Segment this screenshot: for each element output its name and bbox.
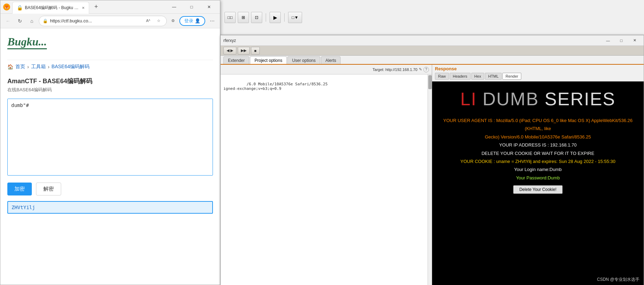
- breadcrumb-sep-1: ›: [27, 64, 29, 70]
- response-tab-headers[interactable]: Headers: [450, 73, 471, 80]
- login-name-line: Your Login name:Dumb: [439, 165, 637, 173]
- lock-icon: 🔒: [43, 19, 48, 23]
- burp-win-controls: — □ ✕: [602, 36, 641, 45]
- burp-close-button[interactable]: ✕: [628, 36, 641, 45]
- tab-user-options-label: User options: [292, 58, 315, 63]
- user-agent-line2: Gecko) Version/6.0 Mobile/10A5376e Safar…: [439, 133, 637, 141]
- burp-titlebar: rferxyz — □ ✕: [221, 35, 644, 46]
- tab-icon: 🔒: [17, 5, 23, 10]
- login-button[interactable]: 登录 👤: [179, 16, 205, 26]
- scrollbar-thumb[interactable]: [428, 75, 432, 89]
- close-button[interactable]: ✕: [201, 2, 217, 12]
- more-button[interactable]: ···: [207, 16, 217, 26]
- browser-tab[interactable]: 🔒 BASE64编码解码 - Bugku CTF ✕: [12, 2, 89, 14]
- tab-project-options-label: Project options: [255, 58, 282, 63]
- response-tab-raw[interactable]: Raw: [435, 73, 449, 80]
- toolbar-icon-3[interactable]: ⊡: [251, 12, 262, 23]
- url-input[interactable]: 🔒 https://ctf.bugku.co... Aᴬ ☆: [39, 16, 167, 26]
- help-target-icon[interactable]: ?: [423, 67, 429, 72]
- encode-decode-input[interactable]: dumb"#: [7, 99, 213, 176]
- new-tab-button[interactable]: +: [91, 2, 101, 12]
- burp-right-panel: Response Raw Headers Hex HTML Re: [432, 65, 644, 285]
- burp-toolbar: ◀ ▶ ▶▶ ■: [221, 46, 644, 56]
- response-tab-hex[interactable]: Hex: [471, 73, 485, 80]
- tab-project-options[interactable]: Project options: [250, 56, 287, 64]
- burp-toolbar-btn-3[interactable]: ■: [251, 47, 260, 55]
- minimize-button[interactable]: —: [166, 2, 182, 12]
- user-icon: 👤: [195, 18, 200, 23]
- response-tab-html[interactable]: HTML: [485, 73, 502, 80]
- result-output: ZHVtYilj: [7, 201, 213, 214]
- desktop-background: □□ ⊞ ⊡ ▶ □▼: [220, 0, 644, 35]
- response-tabs: Raw Headers Hex HTML Render: [435, 73, 641, 80]
- target-label: Target: http://192.168.1.70: [373, 67, 417, 72]
- burp-tab-bar: Extender Project options User options Al…: [221, 56, 644, 65]
- toolbar-icon-4[interactable]: ▶: [270, 12, 281, 23]
- toolbar-icon-1[interactable]: □□: [224, 12, 236, 23]
- login-label: 登录: [184, 18, 193, 24]
- response-tab-render[interactable]: Render: [502, 73, 521, 80]
- burp-toolbar-btn-2[interactable]: ▶▶: [238, 47, 250, 55]
- window-controls: — □ ✕: [166, 2, 217, 12]
- browser-window: 🦊 🔒 BASE64编码解码 - Bugku CTF ✕ + — □ ✕ ← ↻…: [0, 0, 220, 285]
- browser-icon: 🦊: [3, 3, 10, 10]
- request-area: /6.0 Mobile/10A5376e Safari/8536.25 igne…: [221, 74, 432, 285]
- csdn-watermark: CSDN @专业划水选手: [597, 277, 639, 283]
- cookie-value-line: YOUR COOKIE : uname = ZHVtYilj and expir…: [439, 157, 637, 165]
- home-icon: 🏠: [7, 64, 13, 70]
- tool-subtitle: 在线BASE64编码解码: [7, 87, 213, 93]
- tab-close-icon[interactable]: ✕: [82, 6, 85, 10]
- settings-icon[interactable]: ⚙: [169, 17, 177, 25]
- toolbar-icon-5[interactable]: □▼: [288, 12, 302, 23]
- favorite-icon[interactable]: ☆: [155, 17, 163, 25]
- read-mode-icon[interactable]: Aᴬ: [144, 17, 152, 25]
- burp-content-area: Target: http://192.168.1.70 ✎ ? /6.0 Mob…: [221, 65, 644, 285]
- toolbar-sep-2: [284, 13, 285, 22]
- password-line: Your Password:Dumb: [439, 174, 637, 182]
- request-scrollbar[interactable]: [428, 74, 432, 285]
- toolbar-sep-1: [266, 13, 266, 22]
- home-button[interactable]: ⌂: [27, 16, 37, 26]
- delete-cookie-label: DELETE YOUR COOKIE OR WAIT FOR IT TO EXP…: [439, 149, 637, 157]
- response-header: Response Raw Headers Hex HTML Re: [432, 65, 644, 81]
- ip-address-line: YOUR IP ADDRESS IS : 192.168.1.70: [439, 141, 637, 149]
- tab-extender[interactable]: Extender: [223, 56, 249, 64]
- burp-toolbar-btn-1[interactable]: ◀ ▶: [223, 47, 236, 55]
- tab-extender-label: Extender: [228, 58, 245, 63]
- edit-target-icon[interactable]: ✎: [419, 67, 422, 72]
- burp-minimize-button[interactable]: —: [602, 36, 614, 45]
- toolbar-icon-2[interactable]: ⊞: [238, 12, 249, 23]
- burp-maximize-button[interactable]: □: [615, 36, 628, 45]
- target-bar: Target: http://192.168.1.70 ✎ ?: [221, 65, 432, 74]
- url-text: https://ctf.bugku.co...: [50, 18, 142, 23]
- breadcrumb: 🏠 首页 › 工具箱 › BASE64编码解码: [7, 64, 213, 70]
- request-text-1: /6.0 Mobile/10A5376e Safari/8536.25 igne…: [223, 82, 328, 91]
- rendered-page: LI DUMB SERIES YOUR USER AGENT IS : Mozi…: [432, 81, 644, 285]
- rendered-page-title: LI DUMB SERIES: [432, 81, 644, 113]
- rendered-title-li: LI: [460, 89, 477, 109]
- encrypt-button[interactable]: 加密: [7, 183, 32, 195]
- back-button[interactable]: ←: [3, 16, 13, 26]
- page-content: Bugku... 🏠 首页 › 工具箱 › BASE64编码解码 AmanCTF…: [0, 28, 220, 273]
- decrypt-button[interactable]: 解密: [36, 183, 61, 195]
- tool-title: AmanCTF - BASE64编码解码: [7, 77, 213, 85]
- action-buttons: 加密 解密: [7, 183, 213, 195]
- maximize-button[interactable]: □: [184, 2, 200, 12]
- site-logo: Bugku...: [7, 35, 47, 49]
- breadcrumb-tools[interactable]: 工具箱: [31, 64, 46, 70]
- browser-titlebar: 🦊 🔒 BASE64编码解码 - Bugku CTF ✕ + — □ ✕: [0, 0, 220, 14]
- rendered-title-dumb: DUMB: [477, 89, 539, 109]
- user-agent-line1: YOUR USER AGENT IS : Mozilla/5.0 (iPad; …: [439, 116, 637, 133]
- burp-left-panel: Target: http://192.168.1.70 ✎ ? /6.0 Mob…: [221, 65, 432, 285]
- address-bar: ← ↻ ⌂ 🔒 https://ctf.bugku.co... Aᴬ ☆ ⚙ 登…: [0, 14, 220, 28]
- tab-label: BASE64编码解码 - Bugku CTF: [25, 5, 80, 11]
- tab-alerts[interactable]: Alerts: [321, 56, 341, 64]
- refresh-button[interactable]: ↻: [15, 16, 25, 26]
- tab-user-options[interactable]: User options: [287, 56, 320, 64]
- request-content: /6.0 Mobile/10A5376e Safari/8536.25 igne…: [221, 74, 432, 98]
- delete-cookie-button[interactable]: Delete Your Cookie!: [513, 185, 562, 194]
- breadcrumb-home[interactable]: 首页: [15, 64, 25, 70]
- breadcrumb-sep-2: ›: [48, 64, 50, 70]
- burp-window: rferxyz — □ ✕ ◀ ▶ ▶▶ ■ Extender Project …: [220, 35, 644, 285]
- rendered-info-block: YOUR USER AGENT IS : Mozilla/5.0 (iPad; …: [432, 113, 644, 201]
